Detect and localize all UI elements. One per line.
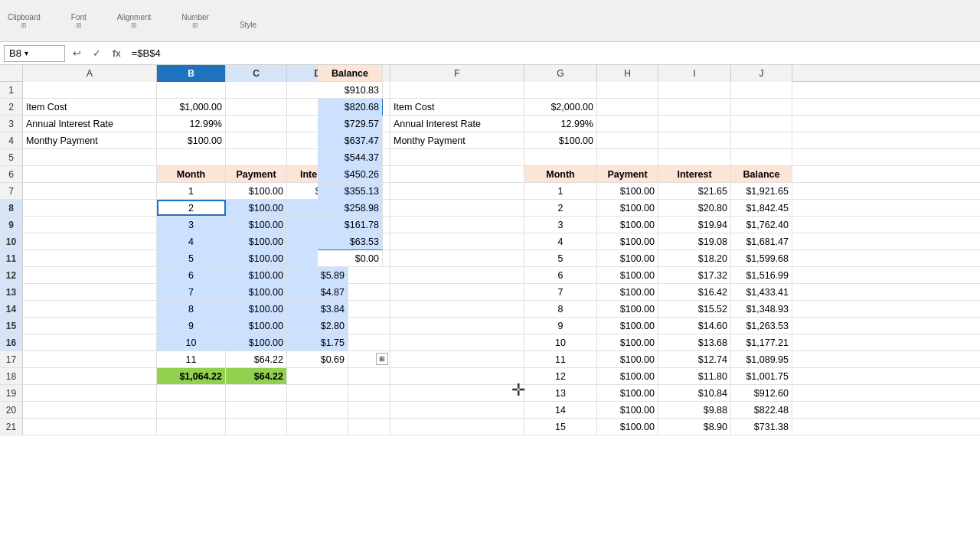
cell-a9[interactable] <box>23 217 157 233</box>
cell-g20[interactable]: 14 <box>524 402 597 418</box>
cell-c17[interactable]: $64.22 <box>226 351 287 367</box>
cell-e15[interactable] <box>348 318 390 334</box>
cell-d1[interactable] <box>287 82 348 98</box>
cell-c11[interactable]: $100.00 <box>226 250 287 266</box>
cell-d6[interactable]: Interest <box>287 166 348 182</box>
row-num-2[interactable]: 2 <box>0 99 23 115</box>
cell-h14[interactable]: $100.00 <box>597 301 658 317</box>
cell-b13[interactable]: 7 <box>157 284 226 300</box>
cell-h2[interactable] <box>597 99 658 115</box>
cell-f7[interactable] <box>390 183 524 199</box>
cell-f16[interactable] <box>390 334 524 350</box>
cell-g6[interactable]: Month <box>524 166 597 182</box>
cell-h1[interactable] <box>597 82 658 98</box>
cell-h9[interactable]: $100.00 <box>597 217 658 233</box>
row-num-5[interactable]: 5 <box>0 149 23 165</box>
cell-e19[interactable] <box>348 385 390 401</box>
cell-a3[interactable]: Annual Interest Rate <box>23 116 157 132</box>
cell-a7[interactable] <box>23 183 157 199</box>
cell-j5[interactable] <box>731 149 792 165</box>
row-num-8[interactable]: 8 <box>0 200 23 216</box>
col-header-d[interactable]: D <box>287 65 348 82</box>
cell-d10[interactable]: $7.90 <box>287 233 348 249</box>
cell-e21[interactable] <box>348 419 390 435</box>
cell-f15[interactable] <box>390 318 524 334</box>
cell-h3[interactable] <box>597 116 658 132</box>
cell-c10[interactable]: $100.00 <box>226 233 287 249</box>
cell-e7[interactable] <box>348 183 390 199</box>
cell-c5[interactable] <box>226 149 287 165</box>
cell-c15[interactable]: $100.00 <box>226 318 287 334</box>
cell-j15[interactable]: $1,263.53 <box>731 318 792 334</box>
cell-d3[interactable] <box>287 116 348 132</box>
cell-e18[interactable] <box>348 368 390 384</box>
cell-c19[interactable] <box>226 385 287 401</box>
cell-j10[interactable]: $1,681.47 <box>731 233 792 249</box>
cell-j21[interactable]: $731.38 <box>731 419 792 435</box>
cell-g12[interactable]: 6 <box>524 267 597 283</box>
cell-i15[interactable]: $14.60 <box>658 318 731 334</box>
cell-i12[interactable]: $17.32 <box>658 267 731 283</box>
cell-i18[interactable]: $11.80 <box>658 368 731 384</box>
cell-i10[interactable]: $19.08 <box>658 233 731 249</box>
row-num-9[interactable]: 9 <box>0 217 23 233</box>
cell-f21[interactable] <box>390 419 524 435</box>
row-num-14[interactable]: 14 <box>0 301 23 317</box>
cell-h12[interactable]: $100.00 <box>597 267 658 283</box>
cell-c1[interactable] <box>226 82 287 98</box>
cell-c7[interactable]: $100.00 <box>226 183 287 199</box>
cell-g4[interactable]: $100.00 <box>524 132 597 148</box>
cell-e11[interactable] <box>348 250 390 266</box>
row-num-13[interactable]: 13 <box>0 284 23 300</box>
cell-j19[interactable]: $912.60 <box>731 385 792 401</box>
cell-d11[interactable]: $6.90 <box>287 250 348 266</box>
cell-b2[interactable]: $1,000.00 <box>157 99 226 115</box>
cell-c3[interactable] <box>226 116 287 132</box>
cell-h13[interactable]: $100.00 <box>597 284 658 300</box>
cell-g5[interactable] <box>524 149 597 165</box>
cell-e9[interactable] <box>348 217 390 233</box>
cell-f5[interactable] <box>390 149 524 165</box>
cell-f3[interactable]: Annual Interest Rate <box>390 116 524 132</box>
cell-j8[interactable]: $1,842.45 <box>731 200 792 216</box>
cell-a14[interactable] <box>23 301 157 317</box>
cell-a1[interactable] <box>23 82 157 98</box>
cell-j2[interactable] <box>731 99 792 115</box>
cell-i19[interactable]: $10.84 <box>658 385 731 401</box>
cell-i16[interactable]: $13.68 <box>658 334 731 350</box>
cell-g9[interactable]: 3 <box>524 217 597 233</box>
cell-j16[interactable]: $1,177.21 <box>731 334 792 350</box>
cell-b11[interactable]: 5 <box>157 250 226 266</box>
cell-f9[interactable] <box>390 217 524 233</box>
cell-a15[interactable] <box>23 318 157 334</box>
cell-e8[interactable] <box>348 200 390 216</box>
cell-a21[interactable] <box>23 419 157 435</box>
formula-input[interactable] <box>129 45 976 62</box>
cell-c21[interactable] <box>226 419 287 435</box>
cell-a2[interactable]: Item Cost <box>23 99 157 115</box>
cell-b3[interactable]: 12.99% <box>157 116 226 132</box>
cell-i9[interactable]: $19.94 <box>658 217 731 233</box>
cell-b20[interactable] <box>157 402 226 418</box>
col-header-a[interactable]: A <box>23 65 157 82</box>
cell-a20[interactable] <box>23 402 157 418</box>
col-header-e[interactable]: E <box>348 65 390 82</box>
cell-i6[interactable]: Interest <box>658 166 731 182</box>
cell-d7[interactable]: $10.83 <box>287 183 348 199</box>
cell-g1[interactable] <box>524 82 597 98</box>
cell-i8[interactable]: $20.80 <box>658 200 731 216</box>
cell-g11[interactable]: 5 <box>524 250 597 266</box>
cell-h8[interactable]: $100.00 <box>597 200 658 216</box>
cell-a18[interactable] <box>23 368 157 384</box>
cell-c20[interactable] <box>226 402 287 418</box>
cell-d17[interactable]: $0.69 <box>287 351 348 367</box>
cell-e20[interactable] <box>348 402 390 418</box>
cell-ref-dropdown-icon[interactable]: ▾ <box>24 49 28 57</box>
cell-c16[interactable]: $100.00 <box>226 334 287 350</box>
formula-confirm-icon[interactable]: ✓ <box>89 47 105 59</box>
cell-b15[interactable]: 9 <box>157 318 226 334</box>
row-num-12[interactable]: 12 <box>0 267 23 283</box>
col-header-i[interactable]: I <box>658 65 731 82</box>
row-num-20[interactable]: 20 <box>0 402 23 418</box>
cell-f17[interactable] <box>390 351 524 367</box>
